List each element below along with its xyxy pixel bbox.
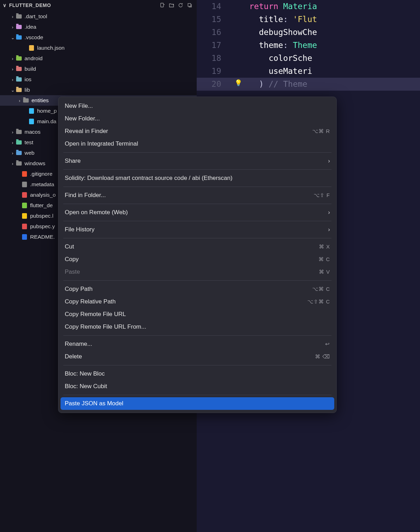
menu-item-find-in-folder[interactable]: Find in Folder...⌥⇧ F (58, 189, 336, 202)
menu-item-label: Copy Remote File URL (65, 311, 330, 318)
menu-item-copy-remote-file-url[interactable]: Copy Remote File URL (58, 308, 336, 321)
tree-item-lib[interactable]: ⌄lib (0, 85, 197, 95)
explorer-header[interactable]: ∨ FLUTTER_DEMO (0, 0, 197, 10)
tree-item-label: .idea (24, 24, 36, 30)
tree-item-label: .dart_tool (24, 13, 47, 20)
file-icon (21, 191, 28, 198)
new-file-icon[interactable] (160, 2, 165, 8)
tree-item-label: analysis_o (30, 192, 56, 198)
folder-icon (15, 55, 22, 62)
context-menu: New File...New Folder...Reveal in Finder… (58, 97, 337, 413)
chevron-icon: › (10, 77, 15, 82)
code-line: return Materia (249, 0, 317, 13)
lightbulb-icon[interactable]: 💡 (234, 79, 242, 87)
menu-item-new-file[interactable]: New File... (58, 100, 336, 112)
menu-item-copy[interactable]: Copy⌘ C (58, 253, 336, 266)
tree-item-label: android (24, 55, 43, 62)
menu-item-shortcut: ⌘ C (318, 256, 330, 262)
menu-item-new-folder[interactable]: New Folder... (58, 112, 336, 125)
menu-item-cut[interactable]: Cut⌘ X (58, 240, 336, 253)
code-line: useMateri (249, 65, 317, 78)
tree-item--dart_tool[interactable]: ›.dart_tool (0, 11, 197, 22)
menu-item-label: New Folder... (65, 115, 330, 122)
menu-item-open-on-remote-web[interactable]: Open on Remote (Web)› (58, 206, 336, 219)
menu-separator (63, 280, 331, 281)
token: Theme (293, 41, 317, 50)
menu-item-reveal-in-finder[interactable]: Reveal in Finder⌥⌘ R (58, 125, 336, 138)
collapse-all-icon[interactable] (187, 2, 192, 8)
menu-item-label: Share (65, 158, 328, 164)
folder-icon (15, 23, 22, 30)
token: Materia (283, 2, 317, 11)
folder-icon (22, 97, 29, 104)
menu-item-copy-relative-path[interactable]: Copy Relative Path⌥⇧⌘ C (58, 295, 336, 308)
menu-item-copy-path[interactable]: Copy Path⌥⌘ C (58, 283, 336, 295)
token: 'Flut (293, 15, 317, 24)
menu-item-copy-remote-file-url-from[interactable]: Copy Remote File URL From... (58, 321, 336, 333)
menu-item-label: Bloc: New Bloc (65, 370, 330, 377)
token: return (249, 2, 283, 11)
chevron-icon: ⌄ (10, 88, 15, 93)
menu-item-shortcut: ⌥⌘ C (312, 286, 330, 292)
file-icon (21, 170, 28, 177)
tree-item--idea[interactable]: ›.idea (0, 22, 197, 32)
tree-item-label: .metadata (30, 181, 54, 188)
file-icon (28, 44, 35, 51)
tree-item-label: launch.json (37, 45, 64, 51)
line-number: 14 (197, 0, 221, 13)
tree-item-label: test (24, 139, 33, 146)
tree-item-ios[interactable]: ›ios (0, 74, 197, 85)
token: debugShowChe (249, 28, 317, 37)
file-icon (21, 233, 28, 240)
menu-item-bloc-new-bloc[interactable]: Bloc: New Bloc (58, 368, 336, 380)
chevron-icon: ⌄ (10, 35, 15, 40)
project-title: FLUTTER_DEMO (9, 2, 160, 8)
refresh-icon[interactable] (178, 2, 183, 8)
chevron-icon: › (10, 150, 15, 156)
menu-item-shortcut: ⌥⌘ R (312, 128, 330, 134)
menu-item-delete[interactable]: Delete⌘ ⌫ (58, 350, 336, 363)
code-content: return Materia title: 'Flut debugShowChe… (249, 0, 317, 91)
chevron-icon: › (17, 98, 22, 103)
new-folder-icon[interactable] (169, 2, 174, 8)
menu-item-solidity-download-smart-contract-source-code-abi-etherscan[interactable]: Solidity: Download smart contract source… (58, 172, 336, 184)
token: colorSche (249, 54, 312, 63)
menu-item-label: Find in Folder... (65, 192, 314, 199)
menu-item-open-in-integrated-terminal[interactable]: Open in Integrated Terminal (58, 138, 336, 150)
token: useMateri (249, 66, 312, 76)
tree-item-label: home_p (37, 108, 57, 114)
menu-separator (63, 395, 331, 395)
menu-item-shortcut: ⌘ X (319, 244, 330, 250)
tree-item-android[interactable]: ›android (0, 53, 197, 64)
tree-item-build[interactable]: ›build (0, 64, 197, 74)
tree-item-launch-json[interactable]: launch.json (0, 43, 197, 53)
menu-separator (63, 221, 331, 221)
token: : (283, 41, 293, 50)
folder-icon (15, 160, 22, 167)
tree-item-label: main.da (37, 118, 56, 125)
token: theme (249, 41, 283, 50)
menu-item-label: Delete (65, 353, 315, 360)
submenu-chevron-icon: › (328, 209, 330, 216)
menu-separator (63, 152, 331, 153)
tree-item--vscode[interactable]: ⌄.vscode (0, 32, 197, 43)
tree-item-label: ios (24, 76, 31, 83)
folder-icon (15, 76, 22, 83)
menu-item-bloc-new-cubit[interactable]: Bloc: New Cubit (58, 380, 336, 393)
menu-item-shortcut: ⌘ ⌫ (315, 354, 330, 360)
menu-item-shortcut: ⌘ V (319, 269, 330, 275)
menu-item-label: Solidity: Download smart contract source… (65, 175, 330, 182)
menu-item-rename[interactable]: Rename...↩ (58, 338, 336, 350)
menu-item-shortcut: ⌥⇧ F (314, 192, 330, 198)
line-number-gutter: 14151617181920 (197, 0, 231, 91)
chevron-icon: › (10, 161, 15, 166)
file-icon (21, 212, 28, 219)
menu-separator (63, 335, 331, 336)
tree-item-label: web (24, 150, 34, 156)
menu-item-paste-json-as-model[interactable]: Paste JSON as Model (61, 397, 334, 410)
code-line: title: 'Flut (249, 13, 317, 26)
menu-item-label: Copy (65, 256, 318, 263)
menu-item-file-history[interactable]: File History› (58, 223, 336, 236)
menu-item-share[interactable]: Share› (58, 155, 336, 167)
chevron-icon: › (10, 14, 15, 19)
